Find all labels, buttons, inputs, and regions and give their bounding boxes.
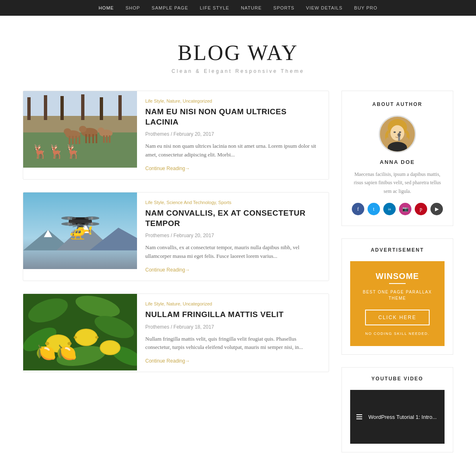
svg-marker-31 [80,224,90,233]
article-categories: Life Style, Nature, Uncategorized [145,99,320,103]
nav-nature[interactable]: NATURE [241,5,262,10]
about-widget: ABOUT AUTHOR [341,91,453,226]
svg-point-36 [61,222,76,226]
article-author: Prothemes [145,233,169,238]
svg-point-59 [74,336,77,339]
article-image [23,192,137,281]
svg-point-41 [91,223,93,225]
svg-point-35 [84,216,99,220]
svg-rect-17 [89,134,90,143]
svg-rect-11 [72,136,74,144]
svg-point-58 [67,342,72,345]
article-excerpt: Nullam fringilla mattis velit, quis frin… [145,335,320,352]
social-icons: f t in 📷 p ▶ [350,203,445,215]
svg-point-60 [95,336,99,339]
svg-point-38 [67,217,70,219]
author-avatar [379,115,416,153]
article-author: Prothemes [145,131,169,137]
ad-box: WINSOME BEST ONE PAGE PARALLAX THEME CLI… [350,261,445,346]
article-date: February 20, 2017 [173,233,214,238]
about-widget-title: ABOUT AUTHOR [350,101,445,107]
svg-point-42 [77,224,83,229]
article-meta: Prothemes / February 20, 2017 [145,233,320,238]
main-content: Life Style, Nature, Uncategorized NAM EU… [23,91,329,465]
article-card: Life Style, Nature, Uncategorized NULLAM… [23,293,329,372]
facebook-icon[interactable]: f [352,203,364,215]
yt-line-1 [356,414,362,415]
article-date: February 18, 2017 [173,324,214,330]
author-name: ANNA DOE [350,159,445,165]
article-body: Life Style, Nature, Uncategorized NULLAM… [137,294,329,372]
svg-point-69 [397,133,400,137]
nav-shop[interactable]: SHOP [125,5,140,10]
twitter-icon[interactable]: t [368,203,380,215]
svg-point-34 [61,216,76,220]
youtube-play-icon[interactable]: ▶ [430,203,443,215]
article-author: Prothemes [145,324,169,330]
instagram-icon[interactable]: 📷 [399,203,411,215]
svg-point-63 [390,125,404,141]
ad-subtitle: BEST ONE PAGE PARALLAX THEME [358,289,436,301]
svg-point-65 [399,131,401,133]
svg-rect-18 [92,134,94,143]
svg-point-43 [79,225,82,228]
ad-cta-button[interactable]: CLICK HERE [365,310,430,325]
youtube-video-title: WordPress Tutorial 1: Intro... [368,414,437,420]
nav-buy-pro[interactable]: BUY PRO [354,5,377,10]
svg-rect-6 [81,94,84,120]
article-date: February 20, 2017 [173,131,214,137]
article-body: Life Style, Science And Technology, Spor… [137,192,329,281]
site-title: BLOG WAY [8,41,468,65]
author-avatar-inner [380,115,415,153]
article-image [23,294,137,372]
article-excerpt: Nam convallis, ex at consectetur tempor,… [145,243,320,261]
read-more-link[interactable]: Continue Reading→ [145,166,190,171]
svg-point-20 [79,126,87,132]
pinterest-icon[interactable]: p [415,203,427,215]
svg-rect-4 [44,95,47,120]
nav-life-style[interactable]: LIFE STYLE [200,5,229,10]
nav-home[interactable]: HOME [99,5,114,10]
svg-rect-7 [100,97,103,120]
article-image [23,91,137,179]
sidebar: ABOUT AUTHOR [341,91,453,465]
read-more-link[interactable]: Continue Reading→ [145,267,190,273]
svg-rect-3 [27,97,31,120]
ad-product-name: WINSOME [358,272,436,281]
svg-rect-16 [85,134,87,143]
author-bio: Maecenas facilisis, ipsum a dapibus matt… [350,170,445,195]
svg-rect-33 [69,220,92,223]
linkedin-icon[interactable]: in [383,203,396,215]
ad-note: NO CODING SKILL NEEDED. [358,332,436,336]
nav-view-details[interactable]: VIEW DETAILS [306,5,342,10]
site-header: BLOG WAY Clean & Elegant Responsive Them… [0,16,476,91]
svg-point-39 [91,217,93,219]
svg-rect-23 [106,135,108,143]
svg-rect-22 [103,135,105,143]
svg-point-57 [45,342,49,345]
nav-sample-page[interactable]: SAMPLE PAGE [151,5,188,10]
svg-point-52 [47,335,70,352]
svg-rect-5 [60,96,64,120]
svg-rect-10 [69,136,70,144]
svg-point-14 [64,128,71,135]
youtube-thumbnail[interactable]: WordPress Tutorial 1: Intro... [350,390,445,444]
svg-rect-8 [118,95,122,120]
svg-rect-24 [109,135,111,143]
nav-sports[interactable]: SPORTS [273,5,294,10]
yt-menu-icon [354,412,364,421]
svg-point-54 [75,329,97,345]
yt-line-3 [356,418,362,419]
svg-rect-32 [72,217,89,225]
article-card: Life Style, Nature, Uncategorized NAM EU… [23,91,329,180]
main-nav: HOME SHOP SAMPLE PAGE LIFE STYLE NATURE … [0,0,476,16]
ad-underline [389,283,406,284]
read-more-link[interactable]: Continue Reading→ [145,358,190,364]
svg-point-56 [101,341,120,354]
youtube-widget: YOUTUBE VIDEO WordPress Tutorial 1: Intr… [341,367,453,452]
article-body: Life Style, Nature, Uncategorized NAM EU… [137,91,329,179]
svg-point-37 [84,222,99,226]
svg-rect-19 [96,134,97,143]
article-meta: Prothemes / February 20, 2017 [145,131,320,137]
svg-point-64 [394,131,396,133]
